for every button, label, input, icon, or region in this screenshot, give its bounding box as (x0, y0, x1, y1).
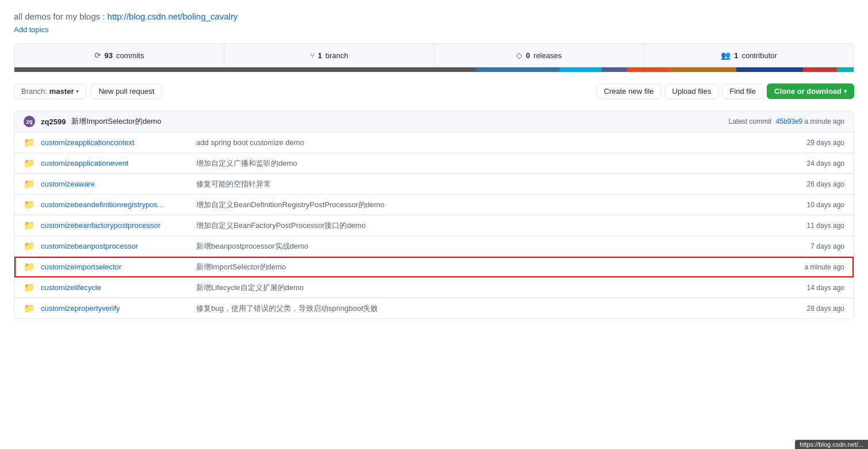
table-row: 📁customizebeanpostprocessor新增beanpostpro… (14, 236, 854, 257)
folder-icon: 📁 (24, 137, 35, 148)
table-row: 📁customizeapplicationevent增加自定义广播和监听的dem… (14, 153, 854, 174)
contributors-stat[interactable]: 👥 1 contributor (644, 44, 854, 67)
branches-stat[interactable]: ⑂ 1 branch (224, 44, 434, 67)
stats-bar: ⟳ 93 commits ⑂ 1 branch ◇ 0 releases 👥 1… (14, 43, 854, 67)
contributors-icon: 👥 (721, 51, 731, 60)
file-name-link[interactable]: customizeimportselector (41, 262, 190, 271)
clone-chevron-icon: ▾ (844, 88, 847, 94)
latest-commit-label: Latest commit (729, 117, 772, 125)
repo-description: all demos for my blogs : http://blog.csd… (14, 12, 854, 21)
description-text: all demos for my blogs : (14, 12, 108, 21)
folder-icon: 📁 (24, 158, 35, 169)
file-time: a minute ago (787, 263, 844, 271)
contributors-count: 1 (734, 51, 738, 60)
file-time: 29 days ago (787, 139, 844, 147)
file-name-link[interactable]: customizeaware (41, 180, 190, 188)
file-description: 增加自定义BeanFactoryPostProcessor接口的demo (196, 220, 781, 231)
commits-count: 93 (105, 51, 113, 60)
branch-selector[interactable]: Branch: master ▾ (14, 83, 86, 99)
table-row: 📁customizebeandefinitionregistrypos...增加… (14, 195, 854, 215)
create-new-file-button[interactable]: Create new file (596, 83, 661, 99)
file-time: 7 days ago (787, 242, 844, 250)
file-description: 修复可能的空指针异常 (196, 179, 781, 189)
table-row: 📁customizebeanfactorypostprocessor增加自定义B… (14, 215, 854, 236)
file-description: 修复bug，使用了错误的父类，导致启动springboot失败 (196, 303, 781, 314)
file-table: zq zq2599 新增ImportSelector的demo Latest c… (14, 111, 854, 319)
folder-icon: 📁 (24, 220, 35, 231)
file-description: 增加自定义BeanDefinitionRegistryPostProcessor… (196, 200, 781, 210)
branch-label: branch (326, 51, 349, 60)
commit-message: 新增ImportSelector的demo (71, 116, 722, 127)
folder-icon: 📁 (24, 261, 35, 272)
file-description: add spring boot customize demo (196, 138, 781, 147)
file-time: 10 days ago (787, 201, 844, 209)
commits-stat[interactable]: ⟳ 93 commits (14, 44, 224, 67)
find-file-button[interactable]: Find file (722, 83, 763, 99)
file-name-link[interactable]: customizebeanfactorypostprocessor (41, 221, 190, 230)
language-bar (14, 67, 854, 72)
new-pull-request-button[interactable]: New pull request (91, 83, 162, 99)
folder-icon: 📁 (24, 199, 35, 210)
branch-icon: ⑂ (310, 51, 315, 60)
file-name-link[interactable]: customizebeandefinitionregistrypos... (41, 200, 190, 209)
file-time: 14 days ago (787, 284, 844, 292)
releases-label: releases (534, 51, 562, 60)
file-time: 26 days ago (787, 180, 844, 188)
file-description: 新增ImportSelector的demo (196, 262, 781, 272)
commit-header: zq zq2599 新增ImportSelector的demo Latest c… (14, 111, 854, 132)
file-description: 增加自定义广播和监听的demo (196, 158, 781, 169)
file-name-link[interactable]: customizepropertyverify (41, 304, 190, 313)
branch-count: 1 (318, 51, 322, 60)
file-time: 11 days ago (787, 222, 844, 230)
branch-selector-label: Branch: (21, 87, 47, 96)
avatar: zq (24, 116, 35, 127)
branch-chevron-icon: ▾ (76, 88, 79, 94)
table-row: 📁customizelifecycle新增Lifecycle自定义扩展的demo… (14, 277, 854, 298)
releases-count: 0 (526, 51, 530, 60)
commit-author[interactable]: zq2599 (41, 117, 66, 126)
folder-icon: 📁 (24, 303, 35, 314)
file-time: 24 days ago (787, 159, 844, 168)
toolbar-right: Create new file Upload files Find file C… (596, 83, 854, 99)
table-row: 📁customizeaware修复可能的空指针异常26 days ago (14, 174, 854, 195)
file-name-link[interactable]: customizeapplicationevent (41, 159, 190, 168)
file-description: 新增beanpostprocessor实战demo (196, 241, 781, 252)
file-time: 28 days ago (787, 305, 844, 313)
commits-label: commits (116, 51, 144, 60)
add-topics-link[interactable]: Add topics (14, 25, 49, 34)
folder-icon: 📁 (24, 178, 35, 189)
branch-selector-name: master (49, 87, 74, 96)
file-description: 新增Lifecycle自定义扩展的demo (196, 283, 781, 293)
table-row: 📁customizeapplicationcontextadd spring b… (14, 132, 854, 153)
commits-icon: ⟳ (94, 51, 101, 60)
folder-icon: 📁 (24, 241, 35, 252)
file-name-link[interactable]: customizeapplicationcontext (41, 138, 190, 147)
commit-hash-link[interactable]: 45b93e9 (776, 117, 803, 125)
commit-meta: Latest commit 45b93e9 a minute ago (729, 117, 845, 125)
table-row: 📁customizeimportselector新增ImportSelector… (14, 257, 854, 277)
toolbar: Branch: master ▾ New pull request Create… (14, 77, 854, 106)
toolbar-left: Branch: master ▾ New pull request (14, 83, 162, 99)
releases-stat[interactable]: ◇ 0 releases (434, 44, 644, 67)
clone-download-label: Clone or download (774, 87, 842, 96)
file-name-link[interactable]: customizelifecycle (41, 283, 190, 292)
commit-time: a minute ago (805, 117, 844, 125)
repo-link[interactable]: http://blog.csdn.net/boling_cavalry (108, 12, 238, 21)
upload-files-button[interactable]: Upload files (665, 83, 719, 99)
tag-icon: ◇ (516, 51, 522, 60)
folder-icon: 📁 (24, 282, 35, 293)
file-name-link[interactable]: customizebeanpostprocessor (41, 242, 190, 250)
contributors-label: contributor (741, 51, 777, 60)
clone-download-button[interactable]: Clone or download ▾ (767, 83, 854, 99)
table-row: 📁customizepropertyverify修复bug，使用了错误的父类，导… (14, 298, 854, 318)
